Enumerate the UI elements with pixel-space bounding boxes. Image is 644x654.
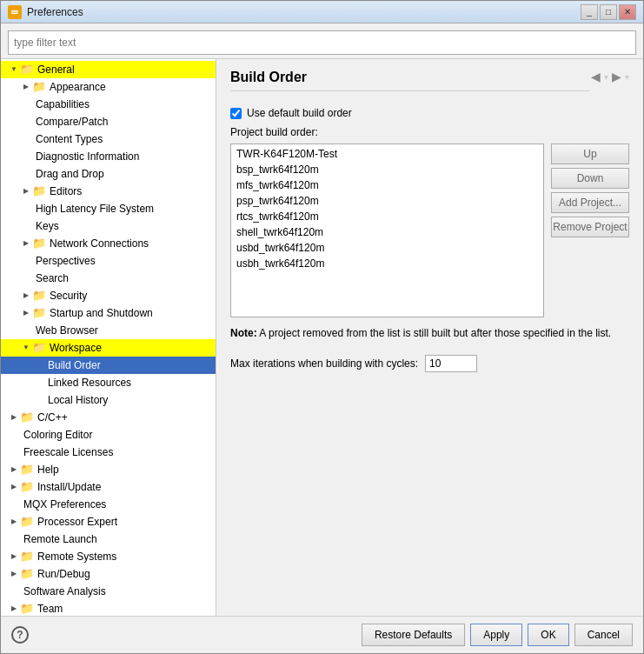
tree-arrow-cpp: ▶ <box>8 411 20 424</box>
minimize-button[interactable]: _ <box>581 4 598 20</box>
tree-arrow-search <box>20 272 32 284</box>
sidebar-label-search: Search <box>36 270 69 286</box>
sidebar-item-workspace[interactable]: ▼📁Workspace <box>1 339 216 357</box>
tree-arrow-remote-systems: ▶ <box>8 551 20 563</box>
folder-icon-workspace: 📁 <box>32 341 46 355</box>
sidebar-item-coloring-editor[interactable]: Coloring Editor <box>1 426 216 444</box>
sidebar-label-compare-patch: Compare/Patch <box>36 114 108 130</box>
project-item[interactable]: bsp_twrk64f120m <box>233 162 541 177</box>
sidebar-item-run-debug[interactable]: ▶📁Run/Debug <box>1 565 216 583</box>
help-button[interactable]: ? <box>11 626 29 644</box>
nav-forward-button[interactable]: ▶ <box>610 70 623 83</box>
nav-back-button[interactable]: ◀ <box>589 70 602 83</box>
close-button[interactable]: ✕ <box>619 4 636 20</box>
sidebar-item-security[interactable]: ▶📁Security <box>1 287 216 304</box>
sidebar-label-team: Team <box>37 601 63 616</box>
add-project-button[interactable]: Add Project... <box>551 192 629 213</box>
maximize-button[interactable]: □ <box>600 4 617 20</box>
panel-nav: ◀ ▾ ▶ ▾ <box>589 70 629 83</box>
sidebar-item-appearance[interactable]: ▶📁Appearance <box>1 78 216 96</box>
sidebar-item-capabilities[interactable]: Capabilities <box>1 96 216 113</box>
up-button[interactable]: Up <box>551 143 629 164</box>
sidebar-item-network-conn[interactable]: ▶📁Network Connections <box>1 235 216 252</box>
filter-input[interactable] <box>8 30 636 55</box>
sidebar-item-perspectives[interactable]: Perspectives <box>1 252 216 270</box>
sidebar-item-diagnostic-info[interactable]: Diagnostic Information <box>1 148 216 165</box>
tree-arrow-appearance: ▶ <box>20 81 32 93</box>
project-item[interactable]: rtcs_twrk64f120m <box>233 209 541 224</box>
use-default-checkbox[interactable] <box>230 108 242 119</box>
sidebar-item-general[interactable]: ▼📁General <box>1 61 216 78</box>
order-buttons: Up Down Add Project... Remove Project <box>551 143 629 317</box>
use-default-label: Use default build order <box>247 107 352 119</box>
panel-title-area: Build Order <box>230 70 589 100</box>
apply-button[interactable]: Apply <box>470 624 522 646</box>
sidebar-item-mqx-prefs[interactable]: MQX Preferences <box>1 496 216 513</box>
sidebar-item-local-history[interactable]: Local History <box>1 391 216 409</box>
tree-arrow-software-analysis <box>8 585 20 597</box>
max-iter-label: Max iterations when building with cycles… <box>230 357 418 370</box>
panel-title: Build Order <box>230 70 589 91</box>
sidebar-tree: ▼📁General▶📁AppearanceCapabilitiesCompare… <box>1 59 216 616</box>
remove-project-button[interactable]: Remove Project <box>551 217 629 237</box>
sidebar-label-security: Security <box>50 288 87 304</box>
sidebar-item-cpp[interactable]: ▶📁C/C++ <box>1 409 216 426</box>
restore-defaults-button[interactable]: Restore Defaults <box>362 624 465 646</box>
sidebar-label-content-types: Content Types <box>36 131 103 147</box>
sidebar-item-processor-expert[interactable]: ▶📁Processor Expert <box>1 513 216 531</box>
tree-arrow-freescale-licenses <box>8 446 20 458</box>
project-item[interactable]: usbh_twrk64f120m <box>233 256 541 271</box>
sidebar-item-compare-patch[interactable]: Compare/Patch <box>1 113 216 130</box>
project-item[interactable]: mfs_twrk64f120m <box>233 177 541 193</box>
sidebar-label-install-update: Install/Update <box>37 479 101 495</box>
folder-icon-editors: 📁 <box>32 184 46 198</box>
sidebar-item-remote-launch[interactable]: Remote Launch <box>1 531 216 548</box>
sidebar-item-team[interactable]: ▶📁Team <box>1 600 216 616</box>
tree-arrow-coloring-editor <box>8 429 20 441</box>
sidebar-label-general: General <box>37 62 75 77</box>
sidebar-label-high-latency: High Latency File System <box>36 201 154 217</box>
sidebar-label-mqx-prefs: MQX Preferences <box>23 497 106 512</box>
tree-arrow-diagnostic-info <box>20 150 32 163</box>
project-item[interactable]: psp_twrk64f120m <box>233 193 541 209</box>
tree-arrow-compare-patch <box>20 116 32 128</box>
sidebar-item-software-analysis[interactable]: Software Analysis <box>1 583 216 600</box>
max-iter-input[interactable] <box>425 355 477 372</box>
sidebar-item-install-update[interactable]: ▶📁Install/Update <box>1 478 216 496</box>
tree-arrow-help: ▶ <box>8 464 20 476</box>
sidebar-item-web-browser[interactable]: Web Browser <box>1 322 216 339</box>
tree-arrow-security: ▶ <box>20 290 32 302</box>
sidebar-item-startup-shutdown[interactable]: ▶📁Startup and Shutdown <box>1 304 216 322</box>
sidebar-item-drag-drop[interactable]: Drag and Drop <box>1 165 216 183</box>
tree-arrow-general: ▼ <box>8 63 20 76</box>
sidebar-item-high-latency[interactable]: High Latency File System <box>1 200 216 217</box>
project-list[interactable]: TWR-K64F120M-Testbsp_twrk64f120mmfs_twrk… <box>230 143 544 317</box>
sidebar-item-keys[interactable]: Keys <box>1 217 216 235</box>
tree-arrow-capabilities <box>20 98 32 110</box>
sidebar-item-freescale-licenses[interactable]: Freescale Licenses <box>1 444 216 461</box>
ok-button[interactable]: OK <box>528 624 568 646</box>
project-item[interactable]: shell_twrk64f120m <box>233 224 541 240</box>
sidebar-item-content-types[interactable]: Content Types <box>1 130 216 148</box>
sidebar-label-editors: Editors <box>50 184 82 199</box>
build-order-area: TWR-K64F120M-Testbsp_twrk64f120mmfs_twrk… <box>230 143 629 317</box>
sidebar-label-cpp: C/C++ <box>37 410 68 425</box>
sidebar-label-diagnostic-info: Diagnostic Information <box>36 149 139 164</box>
sidebar-item-remote-systems[interactable]: ▶📁Remote Systems <box>1 548 216 565</box>
cancel-button[interactable]: Cancel <box>574 624 633 646</box>
sidebar-item-search[interactable]: Search <box>1 270 216 287</box>
max-iter-row: Max iterations when building with cycles… <box>230 355 629 372</box>
sidebar-item-editors[interactable]: ▶📁Editors <box>1 183 216 200</box>
titlebar: Preferences _ □ ✕ <box>1 1 643 23</box>
svg-rect-2 <box>11 12 18 14</box>
sidebar-item-build-order[interactable]: Build Order <box>1 357 216 374</box>
sidebar-item-help[interactable]: ▶📁Help <box>1 461 216 478</box>
project-item[interactable]: usbd_twrk64f120m <box>233 240 541 256</box>
sidebar-label-drag-drop: Drag and Drop <box>36 166 104 182</box>
tree-arrow-workspace: ▼ <box>20 342 32 354</box>
project-item[interactable]: TWR-K64F120M-Test <box>233 146 541 162</box>
nav-separator2: ▾ <box>625 72 629 82</box>
sidebar-item-linked-resources[interactable]: Linked Resources <box>1 374 216 391</box>
folder-icon-install-update: 📁 <box>20 480 34 494</box>
down-button[interactable]: Down <box>551 168 629 189</box>
